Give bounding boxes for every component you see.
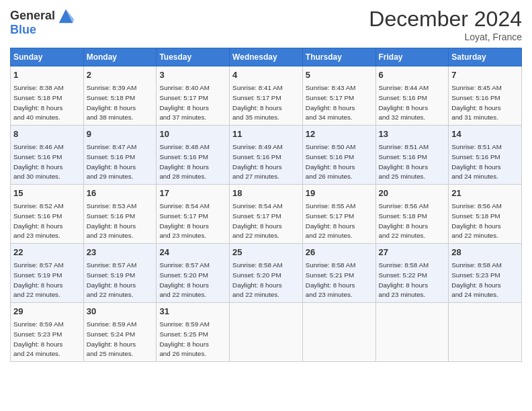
- cell-line: Daylight: 8 hours: [232, 222, 282, 230]
- cell-line: Sunset: 5:16 PM: [451, 153, 500, 161]
- cell-line: Sunrise: 8:58 AM: [306, 261, 356, 269]
- calendar-cell: 28Sunrise: 8:58 AMSunset: 5:23 PMDayligh…: [449, 244, 522, 303]
- day-number: 2: [87, 69, 154, 81]
- cell-line: Daylight: 8 hours: [13, 222, 63, 230]
- cell-line: Sunrise: 8:59 AM: [87, 320, 137, 328]
- cell-line: and 24 minutes.: [451, 173, 498, 180]
- cell-line: Sunrise: 8:54 AM: [232, 202, 283, 210]
- calendar-cell: 26Sunrise: 8:58 AMSunset: 5:21 PMDayligh…: [302, 244, 375, 303]
- cell-line: and 31 minutes.: [451, 113, 498, 121]
- logo: General Blue: [10, 7, 75, 37]
- calendar-cell: 2Sunrise: 8:39 AMSunset: 5:18 PMDaylight…: [83, 66, 157, 126]
- day-number: 5: [306, 69, 373, 81]
- cell-line: Sunset: 5:17 PM: [306, 212, 354, 220]
- cell-line: Daylight: 8 hours: [306, 104, 355, 111]
- cell-line: Daylight: 8 hours: [232, 281, 282, 289]
- cell-line: Sunrise: 8:47 AM: [87, 143, 137, 150]
- cell-line: Sunrise: 8:59 AM: [159, 320, 210, 328]
- cell-line: Daylight: 8 hours: [451, 281, 501, 289]
- cell-line: Sunrise: 8:43 AM: [306, 84, 356, 91]
- calendar-week-row: 1Sunrise: 8:38 AMSunset: 5:18 PMDaylight…: [11, 66, 522, 126]
- cell-line: and 22 minutes.: [451, 232, 498, 239]
- weekday-header: Saturday: [449, 48, 522, 66]
- day-number: 30: [87, 306, 154, 318]
- cell-line: Sunrise: 8:57 AM: [13, 261, 64, 269]
- cell-line: Sunset: 5:20 PM: [232, 271, 281, 279]
- cell-line: Sunset: 5:16 PM: [379, 153, 427, 161]
- day-number: 20: [379, 187, 446, 199]
- calendar-cell: 11Sunrise: 8:49 AMSunset: 5:16 PMDayligh…: [230, 126, 303, 185]
- weekday-header: Monday: [83, 48, 157, 66]
- cell-line: Daylight: 8 hours: [87, 222, 136, 230]
- cell-line: Sunset: 5:17 PM: [159, 212, 208, 220]
- cell-line: Sunrise: 8:58 AM: [232, 261, 283, 269]
- location: Loyat, France: [369, 32, 522, 42]
- calendar-cell: 14Sunrise: 8:51 AMSunset: 5:16 PMDayligh…: [449, 126, 522, 185]
- cell-line: Sunrise: 8:51 AM: [379, 143, 429, 150]
- calendar-cell: 4Sunrise: 8:41 AMSunset: 5:17 PMDaylight…: [230, 66, 303, 126]
- cell-line: and 22 minutes.: [13, 291, 60, 298]
- cell-line: Daylight: 8 hours: [451, 104, 501, 111]
- calendar-cell: 1Sunrise: 8:38 AMSunset: 5:18 PMDaylight…: [11, 66, 84, 126]
- cell-line: Sunrise: 8:55 AM: [306, 202, 356, 210]
- day-number: 12: [306, 128, 373, 140]
- cell-line: Daylight: 8 hours: [87, 340, 136, 348]
- calendar-cell: [230, 303, 303, 362]
- calendar-cell: 17Sunrise: 8:54 AMSunset: 5:17 PMDayligh…: [157, 185, 230, 244]
- day-number: 24: [159, 246, 226, 259]
- cell-line: and 34 minutes.: [306, 113, 353, 121]
- day-number: 8: [13, 128, 81, 140]
- calendar-cell: 10Sunrise: 8:48 AMSunset: 5:16 PMDayligh…: [157, 126, 230, 185]
- cell-line: Sunset: 5:17 PM: [232, 94, 281, 101]
- cell-line: Sunrise: 8:39 AM: [87, 84, 137, 91]
- cell-line: Sunrise: 8:49 AM: [232, 143, 283, 150]
- day-number: 31: [159, 306, 226, 318]
- calendar-cell: [449, 303, 522, 362]
- cell-line: Sunrise: 8:54 AM: [159, 202, 210, 210]
- calendar-cell: 24Sunrise: 8:57 AMSunset: 5:20 PMDayligh…: [157, 244, 230, 303]
- cell-line: and 40 minutes.: [13, 113, 60, 121]
- cell-line: and 22 minutes.: [87, 291, 134, 298]
- cell-line: Sunrise: 8:56 AM: [451, 202, 502, 210]
- cell-line: and 35 minutes.: [232, 113, 279, 121]
- cell-line: Sunset: 5:16 PM: [232, 153, 281, 161]
- cell-line: Daylight: 8 hours: [451, 163, 501, 171]
- calendar-cell: 12Sunrise: 8:50 AMSunset: 5:16 PMDayligh…: [302, 126, 375, 185]
- cell-line: and 38 minutes.: [87, 113, 134, 121]
- weekday-header: Wednesday: [230, 48, 303, 66]
- day-number: 21: [451, 187, 519, 199]
- cell-line: Daylight: 8 hours: [232, 104, 282, 111]
- cell-line: Sunset: 5:18 PM: [451, 212, 500, 220]
- calendar-cell: 27Sunrise: 8:58 AMSunset: 5:22 PMDayligh…: [375, 244, 449, 303]
- cell-line: Sunrise: 8:58 AM: [451, 261, 502, 269]
- cell-line: and 25 minutes.: [379, 173, 426, 180]
- day-number: 19: [306, 187, 373, 199]
- calendar-cell: [375, 303, 449, 362]
- cell-line: Daylight: 8 hours: [379, 281, 429, 289]
- day-number: 17: [159, 187, 226, 199]
- cell-line: Sunset: 5:18 PM: [379, 212, 427, 220]
- calendar-week-row: 29Sunrise: 8:59 AMSunset: 5:23 PMDayligh…: [11, 303, 522, 362]
- cell-line: and 32 minutes.: [379, 113, 426, 121]
- cell-line: Sunset: 5:16 PM: [306, 153, 354, 161]
- calendar-week-row: 15Sunrise: 8:52 AMSunset: 5:16 PMDayligh…: [11, 185, 522, 244]
- day-number: 16: [87, 187, 154, 199]
- logo-general: General: [10, 9, 55, 22]
- cell-line: Sunset: 5:17 PM: [306, 94, 354, 101]
- header: General Blue December 2024 Loyat, France: [10, 7, 522, 42]
- cell-line: Daylight: 8 hours: [159, 163, 209, 171]
- cell-line: Daylight: 8 hours: [13, 104, 63, 111]
- cell-line: Sunset: 5:24 PM: [87, 330, 135, 338]
- cell-line: and 23 minutes.: [379, 291, 426, 298]
- calendar-cell: 15Sunrise: 8:52 AMSunset: 5:16 PMDayligh…: [11, 185, 84, 244]
- cell-line: Sunset: 5:16 PM: [379, 94, 427, 101]
- logo-icon: [56, 7, 75, 26]
- cell-line: and 22 minutes.: [379, 232, 426, 239]
- cell-line: Daylight: 8 hours: [159, 222, 209, 230]
- calendar-cell: 8Sunrise: 8:46 AMSunset: 5:16 PMDaylight…: [11, 126, 84, 185]
- cell-line: Daylight: 8 hours: [87, 281, 136, 289]
- cell-line: Sunrise: 8:57 AM: [87, 261, 137, 269]
- cell-line: Sunrise: 8:53 AM: [87, 202, 137, 210]
- day-number: 13: [379, 128, 446, 140]
- cell-line: and 22 minutes.: [159, 291, 206, 298]
